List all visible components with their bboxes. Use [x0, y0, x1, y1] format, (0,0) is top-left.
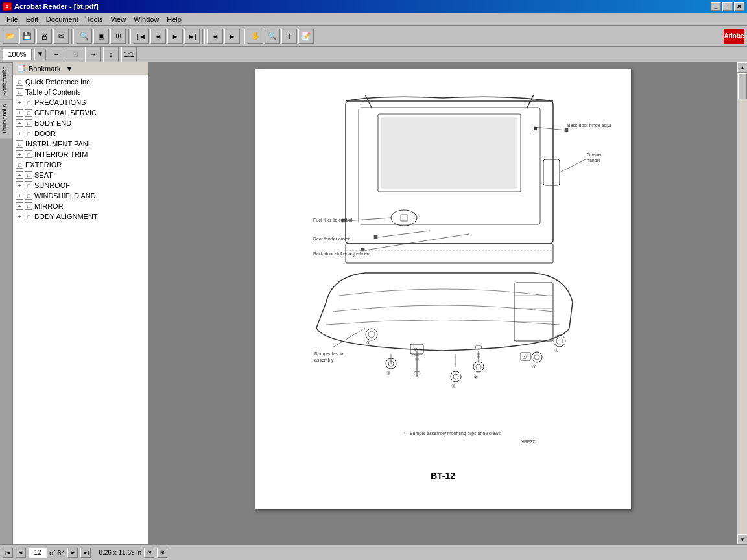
- view-button[interactable]: ▣: [93, 29, 109, 44]
- doc-icon-interior-trim: □: [25, 150, 32, 158]
- forward-button[interactable]: ►: [224, 29, 240, 44]
- zoom-dropdown-button[interactable]: ▼: [34, 49, 46, 60]
- bookmark-item-general[interactable]: + □ GENERAL SERVIC: [13, 108, 148, 118]
- status-page-input[interactable]: [29, 548, 47, 558]
- zoom-out-small-button[interactable]: −: [49, 47, 64, 62]
- page-number: BT-12: [431, 471, 455, 481]
- last-page-button[interactable]: ►|: [184, 29, 200, 44]
- menu-view[interactable]: View: [107, 14, 130, 25]
- sep3: [202, 29, 205, 44]
- save-button[interactable]: 💾: [19, 29, 35, 44]
- bookmark-item-windshield[interactable]: + □ WINDSHIELD AND: [13, 191, 148, 201]
- bookmark-header[interactable]: 📑 Bookmark ▼: [13, 62, 148, 75]
- fit-height-button[interactable]: ↕: [103, 47, 119, 62]
- bookmark-item-door[interactable]: + □ DOOR: [13, 128, 148, 139]
- scrollbar-track[interactable]: [737, 73, 747, 534]
- title-bar-buttons: _ □ ✕: [711, 2, 744, 11]
- next-page-button[interactable]: ►: [167, 29, 183, 44]
- minimize-button[interactable]: _: [711, 2, 721, 11]
- title-bar: A Acrobat Reader - [bt.pdf] _ □ ✕: [0, 0, 747, 13]
- bookmark-label-body-end: BODY END: [34, 119, 71, 127]
- status-next-page-button[interactable]: ►: [67, 548, 78, 558]
- right-scrollbar: ▲ ▼: [737, 62, 747, 544]
- bookmark-item-instrument[interactable]: □ INSTRUMENT PANI: [13, 139, 148, 149]
- fit-width-button[interactable]: ↔: [85, 47, 101, 62]
- doc-icon-body-alignment: □: [25, 213, 32, 220]
- expand-windshield[interactable]: +: [16, 192, 23, 200]
- expand-interior-trim[interactable]: +: [16, 150, 23, 158]
- scrollbar-thumb[interactable]: [738, 73, 747, 99]
- technical-diagram: Back door hinge adjustment Opener handle…: [274, 82, 611, 458]
- svg-text:NBF271: NBF271: [521, 439, 538, 444]
- expand-door[interactable]: +: [16, 130, 23, 137]
- doc-icon-windshield: □: [25, 192, 32, 200]
- email-button[interactable]: ✉: [53, 29, 69, 44]
- doc-icon-precautions: □: [25, 99, 32, 106]
- content-area[interactable]: Back door hinge adjustment Opener handle…: [149, 62, 737, 544]
- expand-body-alignment[interactable]: +: [16, 213, 23, 220]
- svg-text:Opener: Opener: [587, 152, 602, 158]
- status-first-page-button[interactable]: |◄: [3, 548, 13, 558]
- bookmark-label-door: DOOR: [34, 130, 56, 137]
- svg-text:assembly: assembly: [314, 358, 334, 363]
- svg-text:Bumper fascia: Bumper fascia: [314, 351, 344, 356]
- doc-icon-door: □: [25, 130, 32, 137]
- actual-size-button[interactable]: 1:1: [121, 47, 137, 62]
- bookmark-item-toc[interactable]: □ Table of Contents: [13, 87, 148, 97]
- menu-file[interactable]: File: [3, 14, 22, 25]
- status-icon2[interactable]: ⊞: [157, 548, 167, 558]
- select-button[interactable]: T: [281, 29, 297, 44]
- prev-page-button[interactable]: ◄: [150, 29, 166, 44]
- status-prev-page-button[interactable]: ◄: [16, 548, 26, 558]
- first-page-button[interactable]: |◄: [134, 29, 149, 44]
- menu-edit[interactable]: Edit: [22, 14, 42, 25]
- bookmark-item-precautions[interactable]: + □ PRECAUTIONS: [13, 97, 148, 108]
- zoom-input[interactable]: [3, 49, 32, 60]
- menu-tools[interactable]: Tools: [82, 14, 107, 25]
- expand-sunroof[interactable]: +: [16, 181, 23, 189]
- maximize-button[interactable]: □: [722, 2, 733, 11]
- bookmark-item-quick-ref[interactable]: □ Quick Reference Inc: [13, 76, 148, 87]
- bookmark-item-interior-trim[interactable]: + □ INTERIOR TRIM: [13, 149, 148, 159]
- menu-document[interactable]: Document: [42, 14, 82, 25]
- zoom-bar: ▼ − ⊡ ↔ ↕ 1:1: [0, 47, 747, 62]
- print-button[interactable]: 🖨: [36, 29, 52, 44]
- toolbar-main: 📂 💾 🖨 ✉ 🔍 ▣ ⊞ |◄ ◄ ► ►| ◄ ► ✋ 🔍 T 📝 Adob…: [0, 26, 747, 47]
- scroll-down-button[interactable]: ▼: [737, 534, 747, 544]
- search-button[interactable]: 🔍: [77, 29, 92, 44]
- open-button[interactable]: 📂: [3, 29, 18, 44]
- menu-window[interactable]: Window: [130, 14, 163, 25]
- back-button[interactable]: ◄: [208, 29, 223, 44]
- expand-seat[interactable]: +: [16, 171, 23, 179]
- zoom-in-button[interactable]: 🔍: [265, 29, 280, 44]
- bookmark-item-mirror[interactable]: + □ MIRROR: [13, 201, 148, 211]
- bookmark-label-sunroof: SUNROOF: [34, 181, 70, 189]
- status-icon1[interactable]: ⊡: [144, 548, 154, 558]
- expand-body-end[interactable]: +: [16, 119, 23, 127]
- sep2: [128, 29, 131, 44]
- fit-page-button[interactable]: ⊡: [67, 47, 82, 62]
- main-area: Bookmarks Thumbnails 📑 Bookmark ▼ □ Quic…: [0, 62, 747, 544]
- bookmark-item-body-alignment[interactable]: + □ BODY ALIGNMENT: [13, 211, 148, 222]
- status-page-total: of 64: [49, 549, 65, 557]
- bookmark-item-body-end[interactable]: + □ BODY END: [13, 118, 148, 128]
- svg-rect-10: [565, 128, 568, 132]
- adobe-logo: Adobe: [724, 29, 744, 44]
- status-last-page-button[interactable]: ►|: [80, 548, 91, 558]
- full-view-button[interactable]: ⊞: [110, 29, 126, 44]
- expand-mirror[interactable]: +: [16, 202, 23, 210]
- menu-help[interactable]: Help: [163, 14, 185, 25]
- expand-precautions[interactable]: +: [16, 99, 23, 106]
- note-button[interactable]: 📝: [298, 29, 314, 44]
- hand-tool-button[interactable]: ✋: [248, 29, 263, 44]
- bookmark-item-exterior[interactable]: □ EXTERIOR: [13, 159, 148, 170]
- thumbnails-tab[interactable]: Thumbnails: [0, 100, 12, 139]
- doc-icon-sunroof: □: [25, 181, 32, 189]
- close-button[interactable]: ✕: [734, 2, 744, 11]
- scroll-up-button[interactable]: ▲: [737, 62, 747, 73]
- expand-general[interactable]: +: [16, 109, 23, 117]
- sep1: [71, 29, 74, 44]
- bookmarks-tab[interactable]: Bookmarks: [0, 62, 12, 100]
- bookmark-item-seat[interactable]: + □ SEAT: [13, 170, 148, 180]
- bookmark-item-sunroof[interactable]: + □ SUNROOF: [13, 180, 148, 191]
